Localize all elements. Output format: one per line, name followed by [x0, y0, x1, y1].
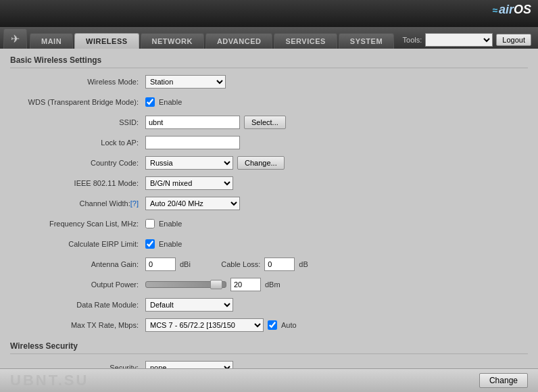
cable-loss-label: Cable Loss:: [221, 260, 260, 268]
cable-loss-input[interactable]: [264, 258, 295, 271]
data-rate-select[interactable]: Default Custom: [145, 298, 233, 312]
ieee-select[interactable]: B/G/N mixed B only G only N only: [145, 176, 233, 190]
freq-scan-control: Enable: [145, 219, 182, 228]
output-power-input[interactable]: [230, 278, 261, 291]
cable-loss-unit: dB: [299, 260, 308, 268]
auto-label: Auto: [281, 321, 297, 329]
nav-bar: ✈ MAIN WIRELESS NETWORK ADVANCED SERVICE…: [0, 27, 538, 49]
antenna-gain-input[interactable]: [145, 258, 176, 271]
lock-to-ap-input[interactable]: [145, 136, 240, 149]
channel-width-select[interactable]: Auto 20/40 MHz 20 MHz 40 MHz: [145, 197, 240, 210]
wireless-mode-row: Wireless Mode: Station Access Point Acce…: [10, 74, 528, 90]
ieee-row: IEEE 802.11 Mode: B/G/N mixed B only G o…: [10, 175, 528, 191]
security-label: Security:: [10, 364, 145, 368]
output-power-slider-thumb[interactable]: [210, 280, 222, 289]
channel-width-label: Channel Width:[?]: [10, 199, 145, 207]
country-code-select[interactable]: Russia United States Germany France: [145, 156, 233, 170]
channel-width-control: Auto 20/40 MHz 20 MHz 40 MHz: [145, 197, 240, 210]
wireless-mode-label: Wireless Mode:: [10, 78, 145, 86]
tab-wireless[interactable]: WIRELESS: [74, 33, 139, 49]
logout-button[interactable]: Logout: [496, 34, 531, 46]
tools-label: Tools:: [403, 36, 422, 44]
ssid-input[interactable]: [145, 116, 240, 129]
auto-checkbox[interactable]: [268, 320, 277, 330]
wireless-security-title: Wireless Security: [10, 341, 528, 354]
freq-scan-enable-label: Enable: [159, 220, 182, 228]
tab-system[interactable]: SYSTEM: [339, 33, 394, 49]
security-row: Security: none WEP WPA WPA2: [10, 360, 528, 368]
tools-select[interactable]: [425, 33, 493, 47]
antenna-cable-row: Antenna Gain: dBi Cable Loss: dB: [10, 256, 528, 272]
output-power-slider-container: dBm: [145, 278, 280, 291]
wireless-security-section: Wireless Security Security: none WEP WPA…: [10, 341, 528, 368]
lock-to-ap-label: Lock to AP:: [10, 139, 145, 147]
output-power-label: Output Power:: [10, 280, 145, 289]
calc-eirp-row: Calculate EIRP Limit: Enable: [10, 236, 528, 252]
ssid-control: Select...: [145, 116, 286, 129]
output-power-control: dBm: [145, 278, 280, 291]
lock-to-ap-control: [145, 136, 240, 149]
logo-os: OS: [514, 3, 531, 16]
tab-main[interactable]: MAIN: [30, 33, 73, 49]
country-code-control: Russia United States Germany France Chan…: [145, 156, 285, 170]
calc-eirp-label: Calculate EIRP Limit:: [10, 240, 145, 248]
wds-checkbox[interactable]: [145, 97, 155, 107]
wds-row: WDS (Transparent Bridge Mode): Enable: [10, 94, 528, 110]
ieee-control: B/G/N mixed B only G only N only: [145, 176, 233, 190]
calc-eirp-control: Enable: [145, 239, 182, 249]
tab-network[interactable]: NETWORK: [141, 33, 204, 49]
nav-tab-logo[interactable]: ✈: [3, 28, 27, 49]
antenna-gain-unit: dBi: [180, 260, 191, 268]
antenna-gain-label: Antenna Gain:: [10, 260, 145, 268]
security-control: none WEP WPA WPA2: [145, 361, 233, 368]
wifi-icon: ≈: [492, 5, 497, 16]
basic-wireless-section-title: Basic Wireless Settings: [10, 55, 528, 68]
wds-enable-label: Enable: [159, 98, 182, 106]
calc-eirp-enable-label: Enable: [159, 240, 182, 248]
change-button[interactable]: Change: [479, 373, 528, 388]
security-select[interactable]: none WEP WPA WPA2: [145, 361, 233, 368]
tab-services[interactable]: SERVICES: [274, 33, 337, 49]
lock-to-ap-row: Lock to AP:: [10, 134, 528, 151]
data-rate-row: Data Rate Module: Default Custom: [10, 297, 528, 313]
content-area: Basic Wireless Settings Wireless Mode: S…: [0, 49, 538, 368]
calc-eirp-checkbox[interactable]: [145, 239, 155, 249]
max-tx-control: MCS 7 - 65/72.2 [135/150 Auto: [145, 318, 297, 332]
output-power-slider-track[interactable]: [145, 281, 226, 288]
output-power-row: Output Power: dBm: [10, 276, 528, 293]
freq-scan-checkbox[interactable]: [145, 219, 155, 228]
freq-scan-label: Frequency Scan List, MHz:: [10, 220, 145, 228]
wireless-mode-control: Station Access Point Access Point WDS St…: [145, 75, 226, 89]
output-power-unit: dBm: [265, 280, 280, 289]
nav-right: Tools: Logout: [403, 33, 531, 49]
freq-scan-row: Frequency Scan List, MHz: Enable: [10, 216, 528, 232]
wireless-mode-select[interactable]: Station Access Point Access Point WDS St…: [145, 75, 226, 89]
antenna-cable-control: dBi Cable Loss: dB: [145, 258, 308, 271]
max-tx-label: Max TX Rate, Mbps:: [10, 321, 145, 329]
data-rate-control: Default Custom: [145, 298, 233, 312]
wds-control: Enable: [145, 97, 182, 107]
watermark: UBNT.SU: [10, 372, 89, 389]
wds-label: WDS (Transparent Bridge Mode):: [10, 98, 145, 106]
ssid-row: SSID: Select...: [10, 114, 528, 130]
ssid-label: SSID:: [10, 118, 145, 126]
channel-width-help[interactable]: [?]: [130, 199, 139, 207]
bottom-bar: UBNT.SU Change: [0, 368, 538, 392]
select-button[interactable]: Select...: [244, 116, 286, 129]
logo-air: air: [499, 3, 514, 16]
max-tx-select[interactable]: MCS 7 - 65/72.2 [135/150: [145, 318, 264, 332]
country-code-label: Country Code:: [10, 159, 145, 167]
data-rate-label: Data Rate Module:: [10, 301, 145, 309]
ieee-label: IEEE 802.11 Mode:: [10, 179, 145, 187]
max-tx-row: Max TX Rate, Mbps: MCS 7 - 65/72.2 [135/…: [10, 317, 528, 333]
tab-advanced[interactable]: ADVANCED: [205, 33, 273, 49]
channel-width-row: Channel Width:[?] Auto 20/40 MHz 20 MHz …: [10, 195, 528, 212]
country-code-row: Country Code: Russia United States Germa…: [10, 155, 528, 171]
logo: ≈airOS: [492, 3, 531, 17]
change-country-button[interactable]: Change...: [237, 156, 285, 170]
top-bar: ≈airOS: [0, 0, 538, 27]
